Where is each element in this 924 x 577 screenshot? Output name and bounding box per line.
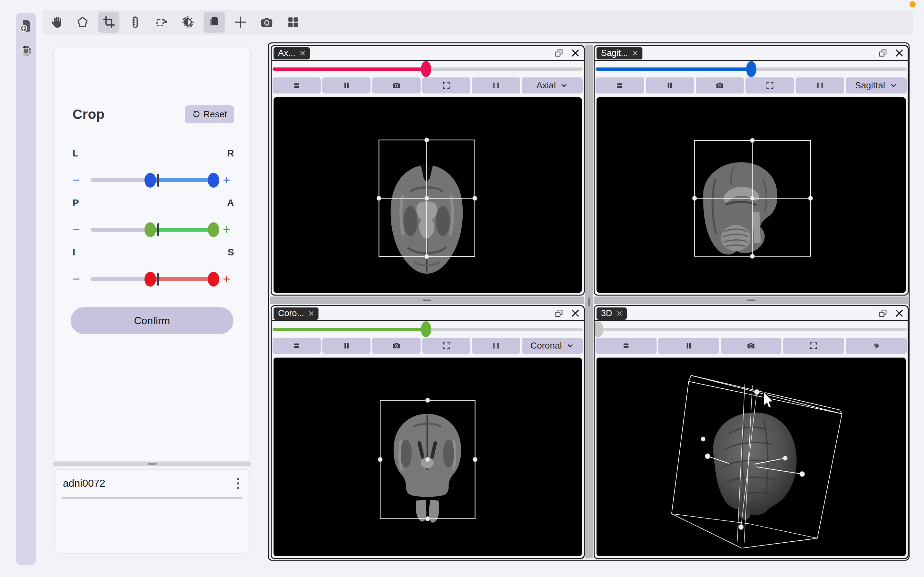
fullscreen-button[interactable] — [422, 77, 470, 93]
file-upload-icon[interactable] — [19, 19, 34, 34]
axial-viewport-canvas[interactable] — [273, 97, 582, 293]
coronal-slice-slider[interactable] — [272, 321, 584, 338]
coronal-view-dropdown-label: Coronal — [530, 340, 562, 351]
crop-range-lr[interactable] — [90, 178, 216, 182]
3d-tab[interactable]: 3D — [596, 308, 627, 320]
contrast-tool-button[interactable] — [177, 11, 198, 33]
cube-icon-button[interactable] — [846, 338, 907, 354]
increase-label: + — [219, 173, 234, 187]
close-panel-icon[interactable] — [895, 309, 903, 317]
file-list-panel: adni0072 — [54, 469, 250, 554]
sagittal-tab[interactable]: Sagit... — [596, 47, 643, 60]
camera-tool-button[interactable] — [256, 11, 277, 33]
pause-button[interactable] — [322, 77, 371, 93]
axial-slice-slider[interactable] — [272, 61, 584, 77]
fullscreen-button[interactable] — [783, 338, 844, 354]
stack-view-button[interactable] — [596, 77, 644, 93]
horizontal-dock-splitter-right[interactable] — [594, 297, 908, 304]
range-handle-low[interactable] — [145, 222, 156, 237]
float-window-icon[interactable] — [555, 309, 563, 318]
float-window-icon[interactable] — [879, 49, 887, 57]
reset-button[interactable]: Reset — [185, 105, 234, 123]
stack-view-button[interactable] — [273, 338, 321, 354]
pause-button[interactable] — [322, 338, 371, 354]
screenshot-button[interactable] — [721, 338, 782, 354]
decrease-label: − — [72, 173, 87, 187]
pan-tool-button[interactable] — [46, 11, 67, 33]
3d-tab-label: 3D — [601, 308, 612, 318]
confirm-button[interactable]: Confirm — [71, 307, 233, 334]
screenshot-button[interactable] — [372, 77, 420, 93]
axis-label-right: S — [228, 247, 234, 258]
stack-view-button[interactable] — [596, 338, 657, 354]
3d-viewport-canvas[interactable] — [596, 358, 906, 556]
horizontal-dock-splitter-left[interactable] — [270, 297, 584, 304]
range-fill — [150, 228, 214, 232]
range-handle-high[interactable] — [208, 272, 219, 287]
range-handle-low[interactable] — [145, 272, 156, 287]
crop-tool-button[interactable] — [98, 11, 119, 33]
tab-close-icon[interactable] — [633, 50, 638, 56]
polygon-tool-button[interactable] — [72, 11, 93, 33]
axial-tab-label: Ax... — [278, 48, 296, 58]
stack-view-button[interactable] — [273, 77, 321, 93]
sagittal-view-dropdown-label: Sagittal — [855, 80, 885, 90]
file-menu-button[interactable] — [234, 476, 243, 491]
sagittal-slice-slider[interactable] — [595, 61, 908, 77]
ruler-tool-button[interactable] — [125, 11, 146, 33]
slider-thumb[interactable] — [421, 321, 431, 337]
coronal-viewport-canvas[interactable] — [273, 358, 582, 556]
float-window-icon[interactable] — [555, 49, 563, 57]
float-window-icon[interactable] — [879, 309, 887, 318]
tab-close-icon[interactable] — [617, 311, 622, 316]
axial-tab[interactable]: Ax... — [273, 47, 310, 60]
fullscreen-button[interactable] — [422, 338, 470, 354]
slices-button[interactable] — [472, 77, 520, 93]
close-panel-icon[interactable] — [572, 309, 579, 317]
increase-label: + — [219, 272, 234, 286]
coronal-dock-panel: Coro... — [271, 305, 585, 559]
range-handle-low[interactable] — [145, 173, 156, 188]
tab-close-icon[interactable] — [300, 50, 305, 56]
pause-button[interactable] — [646, 77, 694, 93]
coronal-tab[interactable]: Coro... — [273, 308, 318, 320]
coronal-brain-slice — [394, 414, 461, 523]
sidebar-splitter[interactable] — [53, 462, 251, 466]
sagittal-brain-slice — [703, 162, 777, 255]
crosshair-tool-button[interactable] — [230, 11, 251, 33]
pause-button[interactable] — [658, 338, 719, 354]
vertical-dock-splitter[interactable] — [585, 45, 593, 558]
decrease-label: − — [72, 222, 87, 237]
crop-range-pa[interactable] — [90, 228, 216, 232]
axial-view-dropdown[interactable]: Axial — [522, 77, 583, 93]
coronal-view-dropdown[interactable]: Coronal — [522, 338, 583, 354]
range-handle-high[interactable] — [208, 173, 219, 188]
layers-tool-button[interactable] — [204, 11, 225, 33]
screenshot-button[interactable] — [696, 77, 744, 93]
rotate-box-tool-button[interactable] — [151, 11, 172, 33]
close-panel-icon[interactable] — [572, 49, 579, 57]
coronal-titlebar: Coro... — [272, 306, 584, 321]
fullscreen-button[interactable] — [746, 77, 794, 93]
slices-button[interactable] — [472, 338, 520, 354]
file-list-item[interactable]: adni0072 — [63, 475, 243, 492]
screenshot-button[interactable] — [372, 338, 420, 354]
slider-thumb[interactable] — [746, 61, 757, 77]
reset-button-label: Reset — [204, 109, 227, 119]
layout-grid-tool-button[interactable] — [283, 11, 304, 33]
sagittal-view-dropdown[interactable]: Sagittal — [846, 77, 907, 93]
slices-button[interactable] — [795, 77, 844, 93]
3d-slider-disabled — [595, 321, 908, 338]
close-panel-icon[interactable] — [895, 49, 903, 57]
crop-panel-title: Crop — [72, 107, 104, 122]
range-handle-high[interactable] — [208, 222, 219, 237]
crop-range-is[interactable] — [90, 277, 216, 281]
slider-thumb[interactable] — [421, 61, 431, 77]
coronal-tab-label: Coro... — [278, 308, 304, 318]
color-wheel-icon[interactable] — [19, 44, 34, 58]
sagittal-viewport-canvas[interactable] — [596, 97, 906, 293]
splitter-grip — [423, 300, 431, 301]
tab-close-icon[interactable] — [309, 311, 314, 316]
chevron-down-icon — [560, 82, 568, 89]
splitter-grip — [148, 463, 157, 465]
